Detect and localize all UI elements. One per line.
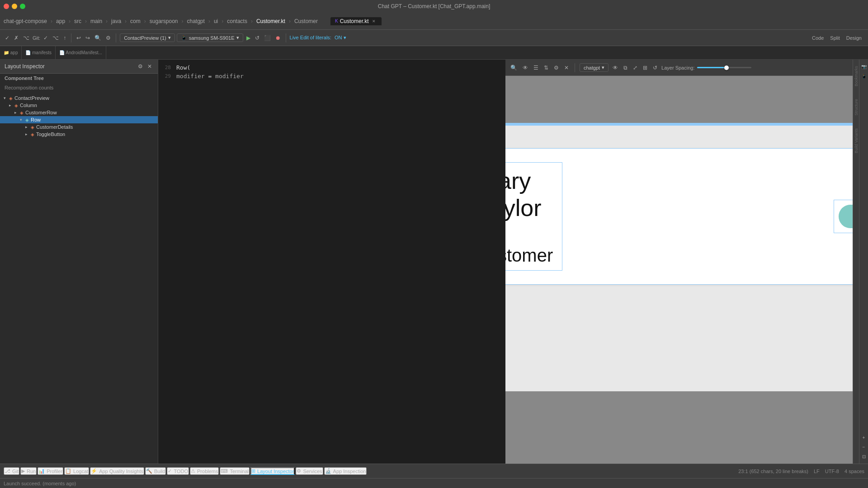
- blue-bar: [505, 123, 853, 126]
- app-quality-tab[interactable]: ⚡ App Quality Insights: [90, 467, 144, 475]
- zoom-in-icon[interactable]: +: [861, 434, 867, 441]
- eye-icon-2[interactable]: 👁: [611, 64, 619, 72]
- split-view-button[interactable]: Split: [827, 34, 842, 42]
- nav-java[interactable]: java: [111, 18, 121, 24]
- traffic-lights: [4, 4, 25, 9]
- terminal-tab-icon: ⌨: [221, 468, 228, 474]
- copy-icon[interactable]: ⧉: [622, 64, 629, 72]
- refresh-button[interactable]: ↺: [254, 34, 261, 42]
- run-preview-button[interactable]: ▶: [245, 34, 252, 42]
- redo-button[interactable]: ↪: [84, 34, 91, 42]
- nav-contacts[interactable]: contacts: [227, 18, 247, 24]
- sort-button[interactable]: ⇅: [542, 64, 550, 72]
- settings-icon[interactable]: ⚙: [137, 62, 144, 70]
- nav-app[interactable]: app: [56, 18, 65, 24]
- code-view-button[interactable]: Code: [809, 34, 826, 42]
- sidebar-structure[interactable]: Structure: [854, 97, 859, 117]
- compose-icon-customer-row: ◈: [20, 110, 24, 115]
- git-action-check[interactable]: ✓: [42, 34, 49, 42]
- tree-item-customer-details[interactable]: ▸ ◈ CustomerDetails: [0, 123, 158, 131]
- far-right-icons: 📷 📱 + − ⊡: [859, 60, 868, 464]
- close-tab-button[interactable]: ✕: [371, 18, 377, 24]
- nav-chatgpt[interactable]: chatgpt: [187, 18, 205, 24]
- settings-preview-button[interactable]: ⚙: [552, 64, 560, 72]
- layer-spacing-slider[interactable]: [697, 67, 751, 68]
- tree-item-toggle-button[interactable]: ▸ ◈ ToggleButton: [0, 131, 158, 138]
- chevron-down-icon-3: ▾: [344, 35, 346, 40]
- nav-main[interactable]: main: [90, 18, 102, 24]
- problems-tab[interactable]: ⚠ Problems: [190, 467, 219, 475]
- nav-sugarspoon[interactable]: sugarspoon: [150, 18, 178, 24]
- git-label: Git:: [33, 35, 40, 41]
- nav-customer-kt[interactable]: Customer.kt: [256, 18, 285, 24]
- contact-preview-label: ContactPreview (1): [124, 35, 166, 41]
- todo-tab[interactable]: ✓ TODO: [167, 467, 189, 475]
- preview-content: Mary Taylor Vip customer: [505, 76, 853, 464]
- close-button[interactable]: [4, 4, 9, 9]
- undo-button[interactable]: ↩: [75, 34, 82, 42]
- git-x-icon[interactable]: ✗: [13, 34, 20, 42]
- profiler-tab[interactable]: 📊 Profiler: [38, 467, 63, 475]
- eye-preview-button[interactable]: 👁: [521, 64, 529, 72]
- tree-item-contact-preview[interactable]: ▾ ◈ ContactPreview: [0, 94, 158, 102]
- nav-com[interactable]: com: [130, 18, 141, 24]
- close-panel-button[interactable]: ✕: [146, 62, 153, 70]
- compose-icon-customer-details: ◈: [31, 125, 34, 130]
- search-everywhere-button[interactable]: 🔍: [93, 34, 103, 42]
- run-tab[interactable]: ▶ Run: [20, 467, 37, 475]
- chatgpt-dropdown[interactable]: chatgpt ▾: [580, 63, 609, 72]
- git-tab[interactable]: ⎇ Git: [4, 467, 19, 475]
- layout-inspector-header: Layout Inspector ⚙ ✕: [0, 60, 158, 74]
- record-button[interactable]: ⏺: [274, 34, 282, 42]
- minimize-button[interactable]: [12, 4, 17, 9]
- tree-item-customer-row[interactable]: ▸ ◈ CustomerRow: [0, 109, 158, 116]
- camera-icon[interactable]: 📷: [860, 63, 868, 70]
- services-tab[interactable]: ⚙ Services: [296, 467, 323, 475]
- git-action-push[interactable]: ↑: [62, 34, 67, 42]
- stop-button[interactable]: ⬛: [263, 34, 272, 42]
- app-inspection-tab-label: App Inspection: [333, 469, 366, 474]
- editor-toolbar: ✓ ✗ ⌥ Git: ✓ ⌥ ↑ ↩ ↪ 🔍 ⚙ ContactPreview …: [0, 30, 868, 46]
- file-tab-customer-kt[interactable]: K Customer.kt ✕: [330, 17, 382, 25]
- contact-preview-selector[interactable]: ContactPreview (1) ▾: [120, 33, 175, 42]
- build-tab-label: Build: [154, 469, 165, 474]
- terminal-tab[interactable]: ⌨ Terminal: [220, 467, 250, 475]
- logcat-tab[interactable]: 📋 Logcat: [64, 467, 89, 475]
- tree-label-column: Column: [20, 103, 37, 108]
- list-view-button[interactable]: ☰: [532, 64, 540, 72]
- preview-panel: 🔍 👁 ☰ ⇅ ⚙ ✕ chatgpt ▾ 👁 ⧉ ⤢ ⊞ ↺ Layer Sp…: [505, 60, 853, 464]
- git-check-icon[interactable]: ✓: [4, 34, 11, 42]
- sidebar-bookmarks[interactable]: Bookmarks: [854, 64, 859, 88]
- customer-row-card: Mary Taylor Vip customer: [505, 148, 853, 285]
- app-inspection-tab[interactable]: 🔬 App Inspection: [324, 467, 367, 475]
- build-tab-icon: 🔨: [146, 468, 152, 474]
- tree-item-column[interactable]: ▸ ◈ Column: [0, 102, 158, 109]
- sidebar-build-variants[interactable]: Build Variants: [854, 127, 859, 155]
- tree-item-row[interactable]: ▾ ◈ Row: [0, 116, 158, 123]
- kotlin-icon: K: [335, 19, 338, 23]
- layout-inspector-tab[interactable]: ⊞ Layout Inspector: [250, 467, 295, 475]
- app-quality-tab-icon: ⚡: [91, 468, 97, 474]
- design-view-button[interactable]: Design: [844, 34, 864, 42]
- nav-customer[interactable]: Customer: [294, 18, 318, 24]
- close-preview-button[interactable]: ✕: [563, 64, 570, 72]
- fit-icon[interactable]: ⊡: [861, 453, 867, 460]
- device-icon[interactable]: 📱: [860, 73, 868, 80]
- nav-src[interactable]: src: [74, 18, 81, 24]
- device-selector[interactable]: 📱 samsung SM-S901E ▾: [177, 33, 243, 42]
- git-action-branch[interactable]: ⌥: [51, 34, 60, 42]
- preview-top-gray: [505, 85, 853, 126]
- zoom-out-icon[interactable]: −: [861, 444, 867, 450]
- toggle-switch[interactable]: [839, 205, 853, 228]
- git-branch-icon[interactable]: ⌥: [22, 34, 31, 42]
- overlay-icon[interactable]: ⊞: [642, 64, 649, 72]
- sync-icon[interactable]: ↺: [651, 64, 659, 72]
- settings-button[interactable]: ⚙: [104, 34, 112, 42]
- search-preview-button[interactable]: 🔍: [509, 64, 519, 72]
- build-tab[interactable]: 🔨 Build: [145, 467, 166, 475]
- nav-ui[interactable]: ui: [214, 18, 218, 24]
- nav-chat-gpt-compose[interactable]: chat-gpt-compose: [4, 18, 47, 24]
- expand-arrow-contact-preview: ▾: [4, 96, 9, 100]
- expand-icon[interactable]: ⤢: [632, 64, 639, 72]
- maximize-button[interactable]: [20, 4, 25, 9]
